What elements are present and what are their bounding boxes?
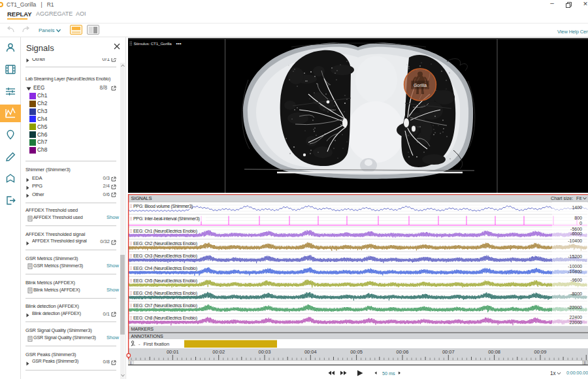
svg-text:00:01: 00:01 [167, 349, 179, 355]
svg-text:1x: 1x [550, 371, 556, 376]
svg-text:-22000: -22000 [568, 305, 582, 310]
svg-text:1400: 1400 [572, 205, 582, 210]
svg-text:Gorilla: Gorilla [414, 82, 427, 87]
svg-text:00:08: 00:08 [488, 349, 500, 355]
svg-text:800: 800 [574, 216, 582, 220]
svg-text:EEG: Ch6 (NeuroElectrics Enobi: EEG: Ch6 (NeuroElectrics Enobio) [133, 291, 197, 296]
svg-text:00:07: 00:07 [442, 349, 455, 355]
svg-text:50 ms: 50 ms [382, 371, 395, 376]
svg-text:PPG: Inter-beat-interval (Shim: PPG: Inter-beat-interval (Shimmer3) [133, 216, 200, 222]
svg-text:00:04: 00:04 [304, 349, 317, 355]
svg-text:PPG: Blood volume (Shimmer3): PPG: Blood volume (Shimmer3) [133, 204, 193, 209]
svg-text:EEG: Ch2 (NeuroElectrics Enobi: EEG: Ch2 (NeuroElectrics Enobio) [133, 241, 197, 246]
svg-text:-9600: -9600 [570, 278, 582, 282]
svg-text:00:06: 00:06 [397, 349, 409, 355]
svg-text:||: || [584, 361, 586, 365]
svg-text:EEG: Ch4 (NeuroElectrics Enobi: EEG: Ch4 (NeuroElectrics Enobio) [133, 266, 197, 271]
svg-text:•••: ••• [176, 41, 182, 46]
svg-text:EEG: Ch1 (NeuroElectrics Enobi: EEG: Ch1 (NeuroElectrics Enobio) [133, 229, 197, 234]
svg-text:22400: 22400 [570, 315, 583, 320]
svg-text:||: || [130, 361, 132, 365]
svg-text:-6000: -6000 [570, 231, 582, 236]
svg-text:Chart size:: Chart size: [551, 195, 573, 201]
svg-text:Stimulus: CT1_Gorilla: Stimulus: CT1_Gorilla [134, 41, 172, 46]
svg-text:ANNOTATIONS: ANNOTATIONS [131, 334, 163, 339]
svg-text:First fixation: First fixation [144, 341, 170, 347]
svg-text:-5600: -5600 [570, 227, 582, 231]
svg-text:Fit: Fit [576, 195, 581, 201]
svg-text:-10400: -10400 [568, 269, 582, 274]
svg-text:-10000: -10000 [568, 264, 582, 269]
svg-text:SIGNALS: SIGNALS [131, 195, 152, 201]
svg-text:MARKERS: MARKERS [131, 327, 154, 332]
svg-text:EEG: Ch7 (NeuroElectrics Enobi: EEG: Ch7 (NeuroElectrics Enobio) [133, 303, 197, 308]
svg-text:22000: 22000 [570, 320, 583, 325]
svg-text:-10400: -10400 [568, 239, 582, 243]
svg-text:-15200: -15200 [568, 254, 582, 259]
svg-text:-8000: -8000 [570, 291, 582, 296]
svg-text:00:05: 00:05 [350, 349, 363, 355]
svg-text:00:02: 00:02 [212, 349, 225, 355]
svg-text:00:09: 00:09 [534, 349, 547, 355]
svg-text:EEG: Ch5 (NeuroElectrics Enobi: EEG: Ch5 (NeuroElectrics Enobio) [133, 278, 197, 284]
svg-text:EEG: Ch8 (NeuroElectrics Enobi: EEG: Ch8 (NeuroElectrics Enobio) [133, 316, 197, 321]
svg-text:0:00:00.000: 0:00:00.000 [566, 371, 588, 375]
svg-text:00:03: 00:03 [259, 349, 271, 355]
svg-text:0: 0 [580, 221, 582, 225]
svg-text:EEG: Ch3 (NeuroElectrics Enobi: EEG: Ch3 (NeuroElectrics Enobio) [133, 254, 197, 259]
